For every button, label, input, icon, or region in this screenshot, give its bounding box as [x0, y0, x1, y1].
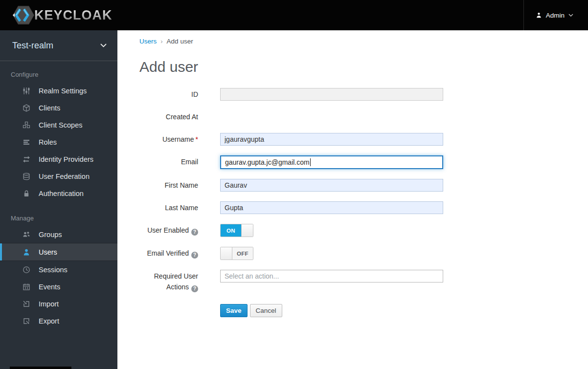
first-name-label: First Name [139, 179, 198, 192]
form-row-created-at: Created At [139, 110, 588, 123]
sidebar-item-events[interactable]: Events [0, 278, 117, 295]
sidebar-item-client-scopes[interactable]: Client Scopes [0, 116, 117, 133]
username-label-text: Username [162, 135, 194, 143]
sidebar-item-label: Export [39, 317, 59, 325]
cancel-button[interactable]: Cancel [250, 304, 282, 317]
realm-name: Test-realm [12, 41, 53, 51]
breadcrumb: Users›Add user [117, 30, 588, 45]
user-enabled-label-text: User Enabled [147, 226, 189, 234]
browser-status-artifact [10, 367, 71, 369]
required-asterisk: * [196, 135, 198, 143]
sidebar-item-label: Events [39, 283, 60, 291]
chevron-down-icon [568, 14, 573, 17]
form-row-username: Username* [139, 133, 588, 146]
email-verified-toggle[interactable]: OFF [220, 247, 253, 260]
sidebar-item-label: Client Scopes [39, 121, 82, 129]
toggle-handle [241, 224, 253, 237]
sidebar-section-manage: Manage [0, 202, 117, 226]
toggle-on-label: ON [221, 224, 241, 237]
sidebar-item-export[interactable]: Export [0, 312, 117, 329]
list-bars-icon [23, 138, 30, 146]
realm-selector[interactable]: Test-realm [0, 30, 117, 61]
sidebar-item-label: Sessions [39, 266, 68, 274]
email-label: Email [139, 155, 198, 169]
last-name-label: Last Name [139, 201, 198, 214]
sidebar-item-label: Realm Settings [39, 87, 87, 95]
sidebar-item-label: User Federation [39, 173, 90, 180]
required-actions-select[interactable] [220, 270, 443, 282]
required-actions-label-line2: Actions [166, 283, 189, 291]
help-icon[interactable]: ? [191, 229, 198, 236]
sidebar: Test-realm Configure Realm Settings Clie… [0, 30, 117, 369]
id-field [220, 88, 443, 101]
sidebar-item-label: Authentication [39, 190, 84, 197]
sliders-icon [23, 87, 30, 95]
sidebar-item-clients[interactable]: Clients [0, 99, 117, 116]
toggle-off-label: OFF [232, 247, 253, 260]
add-user-form: ID Created At Username* Email gaurav.gup… [139, 88, 588, 317]
form-row-required-actions: Required User Actions? [139, 270, 588, 292]
keycloak-logo[interactable]: KEYCLOAK [0, 5, 113, 25]
sidebar-item-import[interactable]: Import [0, 295, 117, 312]
cubes-icon [23, 121, 30, 129]
breadcrumb-current: Add user [167, 38, 193, 45]
sidebar-item-users[interactable]: Users [0, 243, 117, 261]
calendar-icon [23, 283, 30, 291]
form-row-first-name: First Name [139, 179, 588, 192]
group-icon [23, 231, 30, 239]
save-button[interactable]: Save [220, 304, 248, 317]
import-icon [23, 300, 30, 308]
sidebar-item-label: Clients [39, 104, 60, 112]
sidebar-item-label: Import [39, 300, 59, 308]
sidebar-item-user-federation[interactable]: User Federation [0, 168, 117, 185]
chevron-down-icon [100, 43, 107, 48]
sidebar-section-configure: Configure [0, 61, 117, 82]
email-verified-label-text: Email Verified [147, 249, 189, 257]
email-verified-label: Email Verified? [139, 247, 198, 260]
top-bar: KEYCLOAK Admin [0, 0, 588, 30]
database-icon [23, 173, 30, 180]
form-row-id: ID [139, 88, 588, 101]
clock-icon [23, 266, 30, 274]
user-icon [23, 248, 30, 256]
sidebar-item-label: Roles [39, 138, 57, 146]
required-actions-label-line1: Required User [154, 272, 198, 280]
cube-icon [23, 104, 30, 112]
form-actions: Save Cancel [220, 304, 588, 317]
toggle-handle [221, 247, 232, 260]
first-name-field[interactable] [220, 179, 443, 192]
sidebar-item-sessions[interactable]: Sessions [0, 261, 117, 278]
help-icon[interactable]: ? [191, 252, 198, 259]
admin-menu[interactable]: Admin [523, 0, 588, 30]
sidebar-item-label: Groups [39, 231, 62, 239]
form-row-user-enabled: User Enabled? ON [139, 224, 588, 237]
required-actions-label: Required User Actions? [139, 270, 198, 292]
brand-wordmark: KEYCLOAK [34, 8, 113, 23]
form-row-email: Email gaurav.gupta.jc@gmail.com [139, 155, 588, 169]
sidebar-item-realm-settings[interactable]: Realm Settings [0, 82, 117, 99]
exchange-icon [23, 155, 30, 163]
keycloak-hexagon-icon [12, 5, 35, 25]
username-label: Username* [139, 133, 198, 146]
sidebar-item-identity-providers[interactable]: Identity Providers [0, 151, 117, 168]
export-icon [23, 317, 30, 325]
sidebar-item-label: Identity Providers [39, 155, 93, 163]
breadcrumb-link-users[interactable]: Users [139, 38, 157, 45]
username-field[interactable] [220, 133, 443, 146]
email-field[interactable]: gaurav.gupta.jc@gmail.com [220, 155, 443, 169]
help-icon[interactable]: ? [191, 285, 198, 292]
main-content: Users›Add user Add user ID Created At Us… [117, 30, 588, 369]
user-enabled-toggle[interactable]: ON [220, 224, 253, 237]
sidebar-item-authentication[interactable]: Authentication [0, 185, 117, 202]
id-label: ID [139, 88, 198, 101]
sidebar-item-groups[interactable]: Groups [0, 226, 117, 243]
lock-icon [23, 190, 30, 197]
breadcrumb-separator: › [160, 38, 162, 45]
sidebar-item-label: Users [39, 248, 57, 256]
last-name-field[interactable] [220, 201, 443, 214]
sidebar-item-roles[interactable]: Roles [0, 133, 117, 151]
user-icon [536, 12, 542, 19]
email-value: gaurav.gupta.jc@gmail.com [225, 158, 310, 166]
created-at-label: Created At [139, 110, 198, 123]
admin-label: Admin [546, 12, 565, 19]
